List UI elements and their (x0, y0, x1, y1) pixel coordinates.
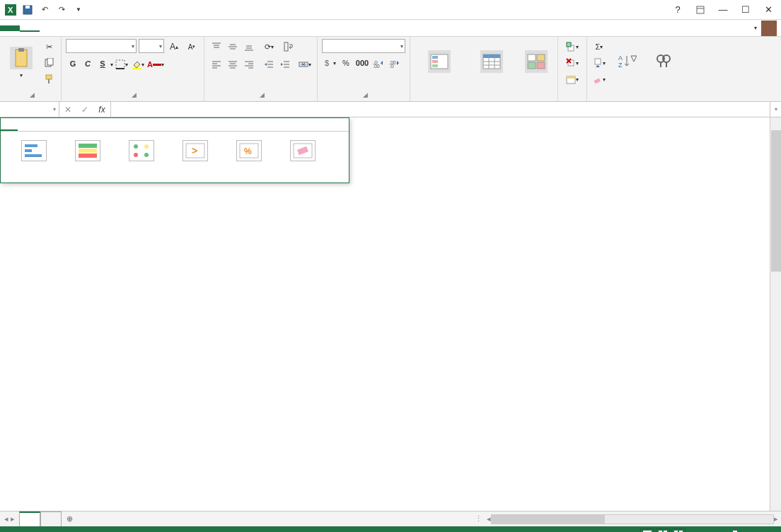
fill-icon[interactable]: ▾ (591, 55, 607, 71)
qa-tab-charts[interactable] (18, 118, 35, 131)
underline-button[interactable]: S (96, 57, 110, 71)
qa-tab-sparklines[interactable] (69, 118, 86, 131)
decrease-indent-icon[interactable] (261, 57, 277, 72)
vertical-scrollbar[interactable] (770, 117, 781, 511)
maximize-icon[interactable]: ☐ (736, 2, 756, 18)
name-box[interactable]: ▾ (0, 102, 59, 117)
confirm-formula-icon[interactable]: ✓ (76, 105, 93, 115)
qa-clear-format[interactable] (282, 140, 323, 164)
increase-indent-icon[interactable] (277, 57, 293, 72)
border-icon[interactable]: ▾ (114, 57, 129, 72)
paste-button[interactable]: ▾ (4, 39, 38, 86)
view-page-layout-icon[interactable] (656, 528, 670, 532)
insert-cells-button[interactable]: ▾ (562, 39, 582, 54)
svg-rect-88 (79, 149, 97, 153)
group-styles (410, 37, 558, 101)
number-format-combo[interactable]: ▾ (322, 39, 405, 53)
align-top-icon[interactable] (209, 39, 224, 54)
qa-color-scale[interactable] (67, 140, 108, 164)
launcher-icon[interactable]: ◢ (132, 91, 137, 98)
avatar[interactable] (761, 21, 777, 36)
orientation-icon[interactable]: ⟳▾ (261, 39, 277, 54)
bold-button[interactable]: G (66, 57, 80, 71)
align-bottom-icon[interactable] (241, 39, 257, 54)
increase-font-icon[interactable]: A▴ (166, 39, 182, 54)
currency-icon[interactable]: $▾ (322, 55, 337, 71)
qat-more-icon[interactable]: ▼ (71, 2, 86, 18)
font-color-icon[interactable]: A▾ (146, 57, 165, 72)
format-table-button[interactable] (467, 39, 516, 86)
tab-insert[interactable] (40, 25, 59, 31)
tab-formulas[interactable] (79, 25, 99, 31)
tab-team[interactable] (158, 25, 178, 31)
format-cells-button[interactable]: ▾ (562, 71, 582, 87)
qa-icon-set[interactable] (121, 140, 162, 164)
find-select-button[interactable] (647, 39, 681, 86)
qa-top-10[interactable]: % (228, 140, 270, 164)
help-icon[interactable]: ? (668, 2, 688, 18)
merge-icon[interactable]: ▾ (297, 57, 313, 72)
copy-icon[interactable] (41, 55, 57, 71)
increase-decimal-icon[interactable]: ,0,00 (371, 55, 386, 71)
view-normal-icon[interactable] (640, 528, 654, 532)
horizontal-scrollbar[interactable]: ⋮ ◂ ▸ (77, 511, 781, 526)
save-icon[interactable] (20, 2, 35, 18)
user-area[interactable]: ▾ (750, 21, 781, 36)
launcher-icon[interactable]: ◢ (363, 91, 368, 98)
tab-data[interactable] (99, 25, 119, 31)
qa-greater-than[interactable]: > (175, 140, 216, 164)
cancel-formula-icon[interactable]: ✕ (59, 105, 76, 115)
sheet-tab-spese[interactable] (40, 511, 62, 526)
tab-layout[interactable] (59, 25, 79, 31)
align-left-icon[interactable] (209, 57, 224, 72)
decrease-font-icon[interactable]: A▾ (184, 39, 199, 54)
qa-data-bars[interactable] (13, 140, 54, 164)
align-right-icon[interactable] (241, 57, 257, 72)
italic-button[interactable]: C (81, 57, 95, 71)
sheet-tab-dati[interactable] (19, 511, 40, 526)
minimize-icon[interactable]: — (713, 2, 733, 18)
fill-color-icon[interactable]: ▾ (130, 57, 146, 72)
launcher-icon[interactable]: ◢ (260, 91, 265, 98)
formula-input[interactable] (111, 102, 770, 117)
qa-tab-tables[interactable] (52, 118, 69, 131)
undo-icon[interactable]: ↶ (37, 2, 52, 18)
close-icon[interactable]: ✕ (758, 2, 778, 18)
autosum-icon[interactable]: Σ ▾ (591, 39, 607, 54)
fx-icon[interactable]: fx (93, 105, 110, 115)
qa-tab-totals[interactable] (35, 118, 52, 131)
ribbon-toggle-icon[interactable] (690, 2, 710, 18)
format-painter-icon[interactable] (41, 71, 57, 87)
launcher-icon[interactable]: ◢ (30, 91, 35, 98)
font-size-combo[interactable]: ▾ (139, 39, 164, 53)
svg-rect-86 (25, 154, 42, 157)
conditional-formatting-button[interactable] (415, 39, 464, 86)
align-middle-icon[interactable] (225, 39, 241, 54)
cell-styles-button[interactable] (519, 39, 553, 86)
tab-view[interactable] (139, 25, 158, 31)
decrease-decimal-icon[interactable]: ,00,0 (387, 55, 403, 71)
tab-home[interactable] (20, 25, 40, 32)
redo-icon[interactable]: ↷ (54, 2, 69, 18)
excel-icon[interactable]: X (3, 2, 18, 18)
svg-rect-62 (528, 62, 536, 69)
spreadsheet-grid[interactable]: > % (0, 117, 781, 511)
comma-icon[interactable]: 000 (354, 55, 370, 71)
qa-tab-formatting[interactable] (1, 118, 18, 131)
view-page-break-icon[interactable] (671, 528, 685, 532)
wrap-text-icon[interactable] (281, 39, 296, 54)
svg-rect-53 (432, 64, 438, 67)
delete-cells-button[interactable]: ▾ (562, 55, 582, 71)
expand-formula-icon[interactable]: ▾ (770, 102, 781, 117)
sort-filter-button[interactable]: AZ (610, 39, 644, 86)
tab-review[interactable] (119, 25, 139, 31)
svg-rect-9 (47, 58, 53, 65)
font-combo[interactable]: ▾ (66, 39, 137, 53)
sheet-nav[interactable]: ◂ ▸ (0, 511, 19, 526)
cut-icon[interactable]: ✂ (41, 39, 57, 54)
percent-icon[interactable]: % (338, 55, 354, 71)
add-sheet-button[interactable]: ⊕ (62, 511, 77, 526)
tab-file[interactable] (0, 25, 20, 31)
align-center-icon[interactable] (225, 57, 241, 72)
clear-icon[interactable]: ▾ (591, 71, 607, 87)
